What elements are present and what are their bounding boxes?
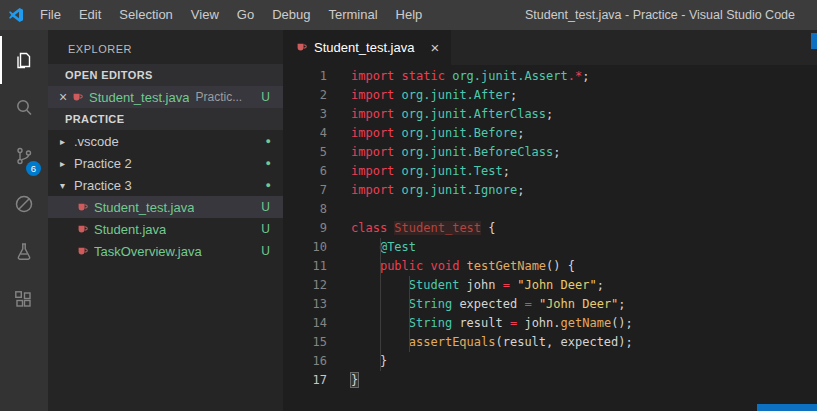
tree-file-student-java[interactable]: Student.javaU xyxy=(48,218,283,240)
tree-folder-practice-2[interactable]: ▸Practice 2● xyxy=(48,152,283,174)
activity-extensions[interactable] xyxy=(0,276,48,324)
folder-section-label: PRACTICE xyxy=(65,113,124,125)
line-number: 6 xyxy=(283,162,327,181)
git-status-badge: U xyxy=(261,200,270,214)
menu-bar: FileEditSelectionViewGoDebugTerminalHelp xyxy=(31,0,431,30)
file-tree: ▸.vscode●▸Practice 2●▾Practice 3●Student… xyxy=(48,130,283,262)
tree-file-student-test-java[interactable]: Student_test.javaU xyxy=(48,196,283,218)
indent-guide xyxy=(409,276,410,352)
code-text: import org.junit.Before; xyxy=(327,124,524,143)
code-line[interactable]: 10 @Test xyxy=(283,238,817,257)
close-icon[interactable]: × xyxy=(55,89,71,105)
explorer-title: EXPLORER xyxy=(48,30,283,64)
open-editors-section-header[interactable]: OPEN EDITORS xyxy=(48,64,283,86)
code-line[interactable]: 7import org.junit.Ignore; xyxy=(283,181,817,200)
code-text: public void testGetName() { xyxy=(327,257,575,276)
code-line[interactable]: 13 String expected = "John Deer"; xyxy=(283,295,817,314)
line-number: 4 xyxy=(283,124,327,143)
activity-test[interactable] xyxy=(0,228,48,276)
code-line[interactable]: 3import org.junit.AfterClass; xyxy=(283,105,817,124)
vscode-window: FileEditSelectionViewGoDebugTerminalHelp… xyxy=(0,0,817,411)
activity-source-control[interactable]: 6 xyxy=(0,132,48,180)
menu-view[interactable]: View xyxy=(182,0,228,30)
code-line[interactable]: 11 public void testGetName() { xyxy=(283,257,817,276)
menu-go[interactable]: Go xyxy=(228,0,263,30)
code-text: import org.junit.BeforeClass; xyxy=(327,143,561,162)
menu-terminal[interactable]: Terminal xyxy=(319,0,386,30)
tab-student-test-java[interactable]: Student_test.java× xyxy=(283,30,451,65)
code-line[interactable]: 5import org.junit.BeforeClass; xyxy=(283,143,817,162)
java-file-icon xyxy=(76,201,89,214)
menu-help[interactable]: Help xyxy=(387,0,432,30)
code-text: import org.junit.Ignore; xyxy=(327,181,524,200)
open-editor-student-test-java[interactable]: ×Student_test.javaPractic...U xyxy=(48,86,283,108)
menu-selection[interactable]: Selection xyxy=(110,0,181,30)
tree-folder-practice-3[interactable]: ▾Practice 3● xyxy=(48,174,283,196)
line-number: 10 xyxy=(283,238,327,257)
code-text: Student john = "John Deer"; xyxy=(327,276,604,295)
title-bar: FileEditSelectionViewGoDebugTerminalHelp… xyxy=(0,0,817,30)
code-text: } xyxy=(327,352,387,371)
code-line[interactable]: 4import org.junit.Before; xyxy=(283,124,817,143)
code-text xyxy=(327,200,351,219)
code-line[interactable]: 17} xyxy=(283,371,817,390)
sidebar: EXPLORER OPEN EDITORS ×Student_test.java… xyxy=(48,30,283,411)
menu-debug[interactable]: Debug xyxy=(263,0,319,30)
git-status-badge: U xyxy=(261,244,270,258)
code-line[interactable]: 2import org.junit.After; xyxy=(283,86,817,105)
open-editors-label: OPEN EDITORS xyxy=(65,69,153,81)
item-label: Practice 3 xyxy=(74,178,132,193)
chevron-right-icon: ▸ xyxy=(56,158,69,169)
code-line[interactable]: 9class Student_test { xyxy=(283,219,817,238)
close-icon[interactable]: × xyxy=(430,39,439,56)
code-line[interactable]: 1import static org.junit.Assert.*; xyxy=(283,67,817,86)
java-file-icon xyxy=(76,223,89,236)
tree-file-taskoverview-java[interactable]: TaskOverview.javaU xyxy=(48,240,283,262)
code-line[interactable]: 8 xyxy=(283,200,817,219)
line-number: 8 xyxy=(283,200,327,219)
item-label: Student.java xyxy=(94,222,166,237)
line-number: 7 xyxy=(283,181,327,200)
flask-icon xyxy=(12,240,36,264)
code-line[interactable]: 6import org.junit.Test; xyxy=(283,162,817,181)
menu-file[interactable]: File xyxy=(31,0,70,30)
java-file-icon xyxy=(76,245,89,258)
code-line[interactable]: 14 String result = john.getName(); xyxy=(283,314,817,333)
tab-bar: Student_test.java× xyxy=(283,30,817,65)
open-editors-list: ×Student_test.javaPractic...U xyxy=(48,86,283,108)
item-label: Practice 2 xyxy=(74,156,132,171)
chevron-right-icon: ▸ xyxy=(56,136,69,147)
code-text: import org.junit.After; xyxy=(327,86,517,105)
code-text: import static org.junit.Assert.*; xyxy=(327,67,589,86)
code-text: } xyxy=(327,371,358,390)
chevron-down-icon: ▾ xyxy=(56,180,69,191)
line-number: 14 xyxy=(283,314,327,333)
extensions-icon xyxy=(12,288,36,312)
tree-folder-vscode[interactable]: ▸.vscode● xyxy=(48,130,283,152)
indent-guide xyxy=(380,238,381,371)
menu-edit[interactable]: Edit xyxy=(70,0,110,30)
activity-search[interactable] xyxy=(0,84,48,132)
practice-section-header[interactable]: PRACTICE xyxy=(48,108,283,130)
line-number: 1 xyxy=(283,67,327,86)
item-label: .vscode xyxy=(74,134,119,149)
open-editor-description: Practic... xyxy=(195,90,242,104)
item-label: Student_test.java xyxy=(94,200,194,215)
code-editor[interactable]: 1import static org.junit.Assert.*;2impor… xyxy=(283,65,817,411)
line-number: 3 xyxy=(283,105,327,124)
line-number: 2 xyxy=(283,86,327,105)
activity-debug[interactable] xyxy=(0,180,48,228)
code-text: String expected = "John Deer"; xyxy=(327,295,626,314)
java-file-icon xyxy=(71,91,84,104)
code-text: @Test xyxy=(327,238,416,257)
code-line[interactable]: 15 assertEquals(result, expected); xyxy=(283,333,817,352)
tab-label: Student_test.java xyxy=(314,40,414,55)
code-text: import org.junit.AfterClass; xyxy=(327,105,553,124)
window-title: Student_test.java - Practice - Visual St… xyxy=(525,8,795,22)
code-line[interactable]: 16 } xyxy=(283,352,817,371)
activity-explorer[interactable] xyxy=(0,36,48,84)
git-status-badge: U xyxy=(261,222,270,236)
line-number: 15 xyxy=(283,333,327,352)
code-line[interactable]: 12 Student john = "John Deer"; xyxy=(283,276,817,295)
code-text: String result = john.getName(); xyxy=(327,314,633,333)
